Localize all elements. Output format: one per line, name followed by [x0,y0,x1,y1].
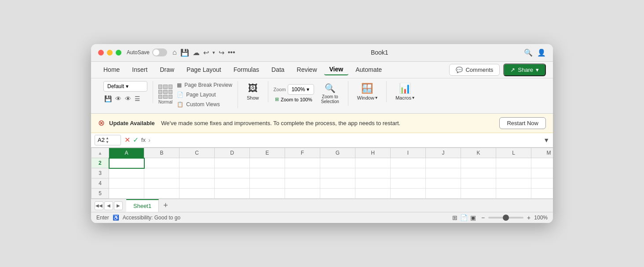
cell-J2[interactable] [426,158,461,168]
cell-A5[interactable] [109,189,144,199]
menu-home[interactable]: Home [98,64,125,75]
formula-bar-dropdown[interactable]: ▼ [543,137,549,144]
profile-icon[interactable]: 👤 [537,48,546,57]
cell-B5[interactable] [144,189,179,199]
page-break-icon[interactable]: ▣ [470,214,476,221]
cell-B3[interactable] [144,168,179,178]
col-header-K[interactable]: K [461,148,496,158]
page-layout-view[interactable]: 📄 Page Layout [177,91,232,99]
cell-D5[interactable] [215,189,250,199]
col-header-I[interactable]: I [391,148,426,158]
cell-C2[interactable] [179,158,215,168]
cell-E4[interactable] [250,178,285,189]
menu-view[interactable]: View [324,64,349,75]
cell-J3[interactable] [426,168,461,178]
cell-I3[interactable] [391,168,426,178]
sheet-nav-prev-prev[interactable]: ◀◀ [95,201,103,210]
menu-review[interactable]: Review [292,64,322,75]
custom-views[interactable]: 📋 Custom Views [177,100,232,108]
cell-I2[interactable] [391,158,426,168]
cell-D3[interactable] [215,168,250,178]
minimize-button[interactable] [107,50,113,56]
formula-cancel-button[interactable]: ✕ [124,136,130,144]
cell-F4[interactable] [285,178,320,189]
cell-G3[interactable] [320,168,355,178]
cell-L2[interactable] [496,158,531,168]
save-small-icon[interactable]: 💾 [103,94,113,103]
cell-D4[interactable] [215,178,250,189]
eye2-icon[interactable]: 👁 [124,94,132,103]
cell-E3[interactable] [250,168,285,178]
cell-M2[interactable] [531,158,553,168]
cell-B2[interactable] [144,158,179,168]
col-header-D[interactable]: D [215,148,250,158]
cell-E5[interactable] [250,189,285,199]
menu-draw[interactable]: Draw [154,64,179,75]
cell-H4[interactable] [355,178,391,189]
menu-formulas[interactable]: Formulas [228,64,264,75]
formula-input[interactable] [154,137,540,143]
cell-J5[interactable] [426,189,461,199]
col-header-E[interactable]: E [250,148,285,158]
zoom-slider[interactable] [488,217,523,219]
col-header-J[interactable]: J [426,148,461,158]
search-icon[interactable]: 🔍 [524,48,533,57]
list-icon[interactable]: ☰ [134,94,141,103]
cell-G4[interactable] [320,178,355,189]
share-button[interactable]: ↗ Share ▾ [503,63,546,76]
sheet-nav-prev[interactable]: ◀ [104,201,113,210]
cell-L5[interactable] [496,189,531,199]
menu-automate[interactable]: Automate [350,64,387,75]
formula-fx-button[interactable]: fx [141,137,146,143]
cell-K4[interactable] [461,178,496,189]
cell-I5[interactable] [391,189,426,199]
cell-L4[interactable] [496,178,531,189]
page-view-icon[interactable]: 📄 [460,214,468,221]
col-header-F[interactable]: F [285,148,320,158]
cell-I4[interactable] [391,178,426,189]
cell-E2[interactable] [250,158,285,168]
zoom-100-label[interactable]: Zoom to 100% [281,97,312,102]
zoom-select[interactable]: 100% ▾ [288,84,314,95]
sheet-view-select[interactable]: Default ▾ [103,81,147,92]
zoom-minus-button[interactable]: − [481,214,485,221]
redo-icon[interactable]: ↪ [219,48,224,57]
cell-M5[interactable] [531,189,553,199]
col-header-M[interactable]: M [531,148,553,158]
eye1-icon[interactable]: 👁 [114,94,122,103]
autosave-toggle[interactable] [152,48,167,56]
home-icon[interactable]: ⌂ [172,48,177,56]
cell-F2[interactable] [285,158,320,168]
window-button[interactable]: 🪟 Window ▾ [354,81,381,102]
cell-H3[interactable] [355,168,391,178]
more-icon[interactable]: ••• [228,48,235,56]
add-sheet-button[interactable]: + [159,199,172,212]
normal-view-button[interactable]: Normal [158,85,172,104]
comments-button[interactable]: 💬 Comments [449,64,500,76]
cell-C3[interactable] [179,168,215,178]
cell-G5[interactable] [320,189,355,199]
cell-A4[interactable] [109,178,144,189]
cell-G2[interactable] [320,158,355,168]
cell-D2[interactable] [215,158,250,168]
cloud-save-icon[interactable]: ☁ [193,48,200,57]
col-header-G[interactable]: G [320,148,355,158]
close-button[interactable] [98,50,104,56]
col-header-B[interactable]: B [144,148,179,158]
col-header-C[interactable]: C [179,148,215,158]
macros-button[interactable]: 📊 Macros ▾ [392,81,418,102]
col-header-L[interactable]: L [496,148,531,158]
cell-K3[interactable] [461,168,496,178]
col-header-H[interactable]: H [355,148,391,158]
zoom-to-selection-button[interactable]: 🔍 Zoom toSelection [318,81,343,106]
restart-now-button[interactable]: Restart Now [499,117,546,129]
zoom-plus-button[interactable]: + [527,214,531,221]
undo-icon[interactable]: ↩ [203,48,209,57]
cell-reference[interactable]: A2 ▲ ▼ [95,135,121,145]
page-break-preview[interactable]: ▦ Page Break Preview [177,81,232,89]
cell-A2[interactable] [109,158,144,168]
cell-C4[interactable] [179,178,215,189]
menu-page-layout[interactable]: Page Layout [181,64,227,75]
cell-F3[interactable] [285,168,320,178]
cell-K5[interactable] [461,189,496,199]
